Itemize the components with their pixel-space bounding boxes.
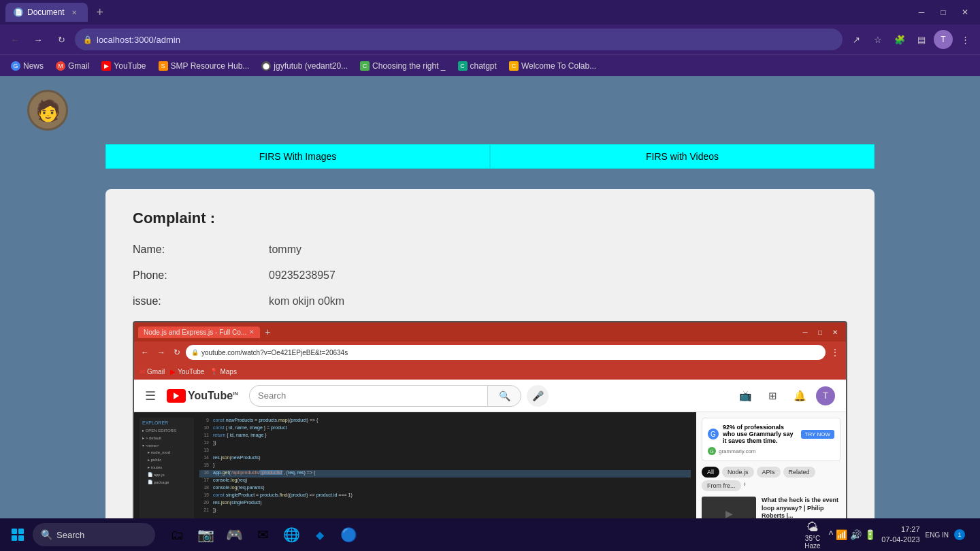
filter-tag-related[interactable]: Related [783,467,815,478]
hidden-icons-button[interactable]: ^ [829,529,834,540]
battery-icon[interactable]: 🔋 [864,529,876,540]
inner-new-tab-button[interactable]: + [262,327,273,337]
menu-button[interactable]: ⋮ [956,30,975,49]
yt-advertisement: G 92% of professionals who use Grammarly… [702,418,840,461]
taskbar-chrome[interactable]: 🔵 [335,521,362,548]
phone-label: Phone: [133,269,214,282]
taskbar-edge[interactable]: 🌐 [278,521,305,548]
yt-search-button[interactable]: 🔍 [487,385,521,407]
system-icons: ^ 📶 🔊 🔋 [829,529,877,540]
close-button[interactable]: ✕ [956,3,975,22]
code-line-14: 14 res.json(newProducts) [199,455,691,463]
taskbar-search-text: Search [56,530,84,540]
youtube-favicon: ▶ [101,61,111,71]
inner-maps-icon: 📍 [210,368,218,375]
taskbar-vscode[interactable]: ◆ [306,521,333,548]
profile-button[interactable]: T [934,30,953,49]
filter-tag-all[interactable]: All [702,467,719,478]
inner-bm-maps[interactable]: 📍 Maps [210,368,236,375]
taskbar-search[interactable]: 🔍 Search [33,523,155,546]
inner-back[interactable]: ← [138,346,152,358]
reload-button[interactable]: ↻ [52,30,71,49]
yt-user-avatar[interactable]: T [816,386,835,405]
phone-value: 09235238957 [269,269,336,282]
taskbar-camera[interactable]: 📷 [192,521,219,548]
taskbar-app-icons: 🗂 📷 🎮 ✉ 🌐 ◆ 🔵 [163,521,362,548]
inner-minimize[interactable]: ─ [798,325,812,339]
inner-url-text: youtube.com/watch?v=Oe421EPjeBE&t=20634s [201,349,348,356]
youtube-header: ☰ YouTubeIN 🔍 🎤 📺 ⊞ [134,380,846,412]
new-tab-button[interactable]: + [91,3,110,22]
filter-tag-more[interactable]: From fre... [702,480,741,491]
inner-bm-gmail[interactable]: ✉ Gmail [140,368,165,375]
system-clock[interactable]: 17:27 07-04-2023 [881,524,919,546]
notification-badge[interactable]: 1 [954,529,965,540]
forward-button[interactable]: → [29,30,48,49]
inner-close[interactable]: ✕ [828,325,842,339]
inner-reload[interactable]: ↻ [171,346,183,358]
tab-images[interactable]: FIRS With Images [105,144,490,169]
volume-icon[interactable]: 🔊 [850,529,862,540]
bookmark-youtube[interactable]: ▶ YouTube [96,59,151,73]
taskbar-game[interactable]: 🎮 [220,521,248,548]
yt-notifications-button[interactable]: 🔔 [789,385,811,407]
yt-grid-button[interactable]: ⊞ [762,385,783,407]
inner-address-bar: ← → ↻ 🔒 youtube.com/watch?v=Oe421EPjeBE&… [134,341,846,363]
code-line-19: 19 const singleProduct = products.find((… [199,492,691,500]
bookmark-news[interactable]: G News [5,59,49,73]
yt-search-input[interactable] [249,385,487,407]
bookmark-jgy-label: jgyfutub (vedant20... [274,61,348,71]
yt-search-bar: 🔍 🎤 [249,385,549,407]
yt-mic-button[interactable]: 🎤 [527,385,549,407]
network-icon[interactable]: 📶 [836,529,847,540]
bookmark-colab[interactable]: C Welcome To Colab... [504,59,602,73]
taskbar-mail[interactable]: ✉ [249,521,276,548]
bookmark-jgy[interactable]: ⬤ jgyfutub (vedant20... [256,59,353,73]
active-tab[interactable]: 📄 Document ✕ [5,3,88,22]
code-line-18: 18 console.log(req.params) [199,485,691,492]
minimize-button[interactable]: ─ [912,3,931,22]
sidebar-toggle[interactable]: ▤ [912,30,931,49]
filter-tag-apis[interactable]: APIs [757,467,781,478]
bookmark-smp[interactable]: S SMP Resource Hub... [153,59,255,73]
inner-forward[interactable]: → [154,346,168,358]
tab-close-button[interactable]: ✕ [69,7,80,18]
filter-tag-nodejs[interactable]: Node.js [722,467,754,478]
inner-window-controls: ─ □ ✕ [798,325,842,339]
inner-menu[interactable]: ⋮ [828,346,842,358]
inner-tab-close[interactable]: ✕ [249,329,255,335]
inner-url-bar[interactable]: 🔒 youtube.com/watch?v=Oe421EPjeBE&t=2063… [186,345,826,360]
bookmark-button[interactable]: ☆ [868,30,887,49]
language-indicator: ENG IN [926,531,949,539]
bookmark-choosing[interactable]: C Choosing the right _ [355,59,451,73]
taskbar-system-tray: 🌤 35°C Haze ^ 📶 🔊 🔋 17:27 07-04-2023 ENG… [804,520,975,550]
yt-header-actions: 📺 ⊞ 🔔 T [734,385,835,407]
yt-video-main: EXPLORER ▸ OPEN EDITORS ▸ > default ▾ <m… [134,412,696,518]
code-line-11: 11 return { id, name, image } [199,433,691,440]
extension-button[interactable]: 🧩 [890,30,909,49]
tab-videos[interactable]: FIRS with Videos [490,144,875,169]
youtube-logo[interactable]: YouTubeIN [167,389,238,403]
share-button[interactable]: ↗ [847,30,866,49]
code-line-13: 13 [199,448,691,455]
complaint-field-phone: Phone: 09235238957 [133,269,847,282]
embedded-browser: Node.js and Express.js - Full Co... ✕ + … [133,321,847,518]
yt-cast-button[interactable]: 📺 [734,385,756,407]
maximize-button[interactable]: □ [934,3,953,22]
complaint-field-issue: issue: kom okijn o0km [133,295,847,307]
bookmark-gmail[interactable]: M Gmail [50,59,95,73]
yt-menu-icon[interactable]: ☰ [145,388,156,403]
yt-play-triangle [174,393,179,399]
inner-tab-active[interactable]: Node.js and Express.js - Full Co... ✕ [138,327,260,338]
code-screenshot: EXPLORER ▸ OPEN EDITORS ▸ > default ▾ <m… [134,412,696,518]
taskbar-file-explorer[interactable]: 🗂 [163,521,191,548]
bookmark-chatgpt[interactable]: C chatgpt [453,59,502,73]
filter-chevron[interactable]: › [744,480,746,491]
inner-bm-youtube[interactable]: ▶ YouTube [170,368,204,375]
back-button[interactable]: ← [5,30,24,49]
ad-cta-button[interactable]: TRY NOW [801,430,834,439]
start-button[interactable] [5,522,30,547]
url-bar[interactable]: 🔒 localhost:3000/admin [75,29,843,50]
yt-video-item[interactable]: ▶ What the heck is the event loop anyway… [702,497,840,518]
inner-maximize[interactable]: □ [813,325,827,339]
